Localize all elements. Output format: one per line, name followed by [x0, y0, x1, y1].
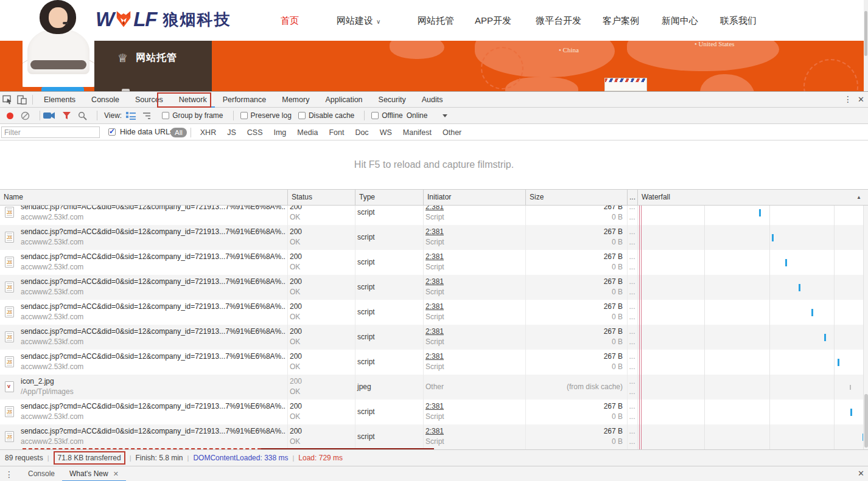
drawer-close-icon[interactable]: ✕ — [858, 469, 864, 478]
tab-console[interactable]: Console — [83, 92, 127, 108]
offline-checkbox[interactable] — [371, 112, 379, 119]
disable-cache-checkbox[interactable] — [298, 112, 306, 119]
tab-audits[interactable]: Audits — [414, 92, 451, 108]
table-scrollbar[interactable] — [863, 206, 868, 449]
column-header-size[interactable]: Size — [525, 190, 627, 205]
nav-item-1[interactable]: 网站建设∨ — [337, 0, 380, 41]
filter-type-font[interactable]: Font — [323, 128, 349, 137]
filter-type-other[interactable]: Other — [437, 128, 467, 137]
initiator-link[interactable]: 2:381 — [425, 427, 444, 435]
filter-input[interactable] — [1, 126, 100, 138]
service-menu-item-hosting[interactable]: ♕ 网站托管 — [94, 51, 212, 65]
transferred-stat-annotated: 71.8 KB transferred — [54, 451, 125, 465]
filter-type-ws[interactable]: WS — [374, 128, 397, 137]
drawer-tab-console[interactable]: Console — [21, 466, 62, 481]
chat-button[interactable] — [41, 87, 84, 91]
drawer-tab-whats-new[interactable]: What's New✕ — [62, 466, 126, 481]
nav-item-4[interactable]: 微平台开发 — [536, 0, 581, 41]
tab-memory[interactable]: Memory — [274, 92, 317, 108]
map-label-china: China — [559, 46, 579, 54]
waterfall-view-icon[interactable] — [142, 112, 152, 120]
table-row[interactable]: vicon_2.jpg/App/Tpl/images200OKjpegOther… — [0, 375, 868, 400]
table-row[interactable]: JSsendacc.jsp?cmd=ACC&did=0&sid=12&compa… — [0, 400, 868, 424]
tab-elements[interactable]: Elements — [36, 92, 83, 108]
nav-item-0[interactable]: 首页 — [281, 0, 299, 41]
table-row[interactable]: JSsendacc.jsp?cmd=ACC&did=0&sid=12&compa… — [0, 325, 868, 350]
initiator-link[interactable]: 2:381 — [425, 402, 444, 410]
initiator-link[interactable]: 2:381 — [425, 352, 444, 361]
filter-type-xhr[interactable]: XHR — [195, 128, 222, 137]
finish-stat: Finish: 5.8 min — [136, 454, 183, 462]
devtools-tabs: ElementsConsoleSourcesNetworkPerformance… — [36, 92, 450, 108]
nav-item-3[interactable]: APP开发 — [475, 0, 511, 41]
initiator-link[interactable]: 2:381 — [425, 327, 444, 336]
large-rows-icon[interactable] — [126, 112, 136, 120]
table-row[interactable]: JSsendacc.jsp?cmd=ACC&did=0&sid=12&compa… — [0, 350, 868, 375]
table-row[interactable]: JSsendacc.jsp?cmd=ACC&did=0&sid=12&compa… — [0, 250, 868, 275]
nav-item-2[interactable]: 网站托管 — [418, 0, 454, 41]
clear-icon[interactable] — [21, 111, 30, 120]
nav-item-6[interactable]: 新闻中心 — [662, 0, 698, 41]
device-toolbar-icon[interactable] — [15, 92, 29, 107]
throttling-select[interactable]: Online — [407, 111, 428, 120]
page-scrollbar-thumb[interactable] — [864, 11, 867, 56]
nav-item-7[interactable]: 联系我们 — [720, 0, 757, 41]
tab-security[interactable]: Security — [371, 92, 414, 108]
capture-screenshots-icon[interactable] — [43, 111, 55, 120]
page-scrollbar[interactable] — [864, 0, 868, 91]
initiator-link[interactable]: 2:381 — [425, 302, 444, 311]
inspect-element-icon[interactable] — [0, 92, 15, 107]
initiator-link[interactable]: 2:381 — [425, 206, 444, 211]
column-header-name[interactable]: Name — [0, 190, 287, 205]
preserve-log-checkbox[interactable] — [240, 112, 248, 119]
waterfall-tick — [759, 209, 761, 216]
request-type: jpeg — [357, 375, 371, 400]
more-dots: ... — [627, 238, 637, 246]
group-by-frame-checkbox[interactable] — [162, 112, 169, 119]
initiator-link[interactable]: 2:381 — [425, 227, 444, 236]
customer-service-photo — [23, 0, 94, 87]
hide-data-urls-checkbox[interactable] — [108, 128, 116, 136]
table-row[interactable]: JSsendacc.jsp?cmd=ACC&did=0&sid=12&compa… — [0, 225, 868, 250]
initiator-link[interactable]: 2:381 — [425, 252, 444, 261]
table-row[interactable]: JSsendacc.jsp?cmd=ACC&did=0&sid=12&compa… — [0, 300, 868, 325]
sort-arrow-icon[interactable]: ▲ — [856, 190, 861, 205]
more-dots: ... — [627, 327, 637, 336]
column-header-type[interactable]: Type — [355, 190, 423, 205]
tab-sources[interactable]: Sources — [127, 92, 171, 108]
devtools-close-icon[interactable]: ✕ — [858, 95, 864, 104]
devtools-menu-icon[interactable]: ⋮ — [844, 94, 852, 104]
site-logo[interactable]: W LF 狼烟科技 — [96, 7, 231, 32]
status-code: 200 — [290, 206, 302, 211]
filter-type-manifest[interactable]: Manifest — [397, 128, 437, 137]
filter-type-img[interactable]: Img — [268, 128, 292, 137]
search-icon[interactable] — [78, 111, 87, 120]
drawer-menu-icon[interactable]: ⋮ — [5, 469, 13, 479]
column-header-[interactable]: ... — [627, 190, 637, 205]
table-row[interactable]: JSsendacc.jsp?cmd=ACC&did=0&sid=12&compa… — [0, 275, 868, 300]
table-scrollbar-thumb[interactable] — [864, 394, 868, 448]
request-name: sendacc.jsp?cmd=ACC&did=0&sid=12&company… — [21, 227, 285, 236]
filter-icon[interactable] — [62, 111, 71, 120]
column-header-initiator[interactable]: Initiator — [423, 190, 525, 205]
tab-application[interactable]: Application — [317, 92, 370, 108]
chevron-down-icon[interactable] — [443, 114, 447, 117]
nav-item-5[interactable]: 客户案例 — [603, 0, 639, 41]
filter-type-doc[interactable]: Doc — [349, 128, 374, 137]
table-row[interactable]: JSsendacc.jsp?cmd=ACC&did=0&sid=12&compa… — [0, 424, 868, 449]
filter-type-media[interactable]: Media — [292, 128, 323, 137]
more-dots: ... — [627, 402, 637, 410]
close-icon[interactable]: ✕ — [113, 470, 119, 477]
record-icon[interactable] — [7, 112, 13, 119]
column-header-status[interactable]: Status — [287, 190, 355, 205]
initiator-link[interactable]: 2:381 — [425, 277, 444, 286]
filter-type-js[interactable]: JS — [222, 128, 242, 137]
table-row[interactable]: JSsendacc.jsp?cmd=ACC&did=0&sid=12&compa… — [0, 206, 868, 225]
column-header-waterfall[interactable]: Waterfall▲ — [637, 190, 863, 205]
filter-type-css[interactable]: CSS — [242, 128, 268, 137]
tab-network[interactable]: Network — [171, 92, 215, 108]
filter-type-all[interactable]: All — [170, 128, 187, 137]
request-name: sendacc.jsp?cmd=ACC&did=0&sid=12&company… — [21, 352, 285, 361]
tab-performance[interactable]: Performance — [215, 92, 275, 108]
status-code: 200 — [290, 352, 302, 361]
